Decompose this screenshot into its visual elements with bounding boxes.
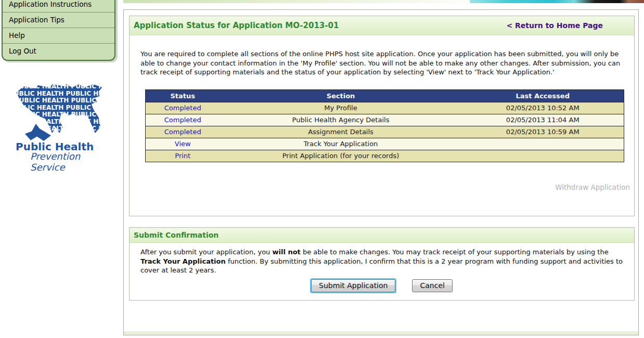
col-section: Section xyxy=(220,89,462,102)
submit-text-bold: will not xyxy=(273,248,301,256)
button-row: Submit Application Cancel xyxy=(130,279,634,292)
sidebar-menu: Application Instructions Application Tip… xyxy=(2,0,115,61)
table-header-row: Status Section Last Accessed xyxy=(146,89,624,102)
last-accessed-cell: 02/05/2013 10:59 AM xyxy=(462,126,624,138)
map-text: PUBLIC HEALTH PUBLIC HEALTH PUB xyxy=(15,111,104,119)
last-accessed-cell xyxy=(462,138,624,150)
status-section-header: Application Status for Application MO-20… xyxy=(130,16,634,35)
us-map-graphic: PUBLIC HEALTH PUBLIC HEALTH PUB PUBLIC H… xyxy=(15,83,104,135)
section-cell: Track Your Application xyxy=(220,138,462,150)
panel-footer-strip xyxy=(124,331,638,335)
map-text: PUBLIC HEALTH PUBLIC HEALTH PUB xyxy=(15,125,104,133)
map-text: PUBLIC HEALTH PUBLIC HEALTH PUB xyxy=(15,105,104,112)
map-text: PUBLIC HEALTH PUBLIC HEALTH PUB xyxy=(15,83,104,90)
status-link-agency-details[interactable]: Completed xyxy=(164,116,201,124)
sidebar-item-log-out[interactable]: Log Out xyxy=(3,44,114,60)
map-text: PUBLIC HEALTH PUBLIC HEALTH PUB xyxy=(15,97,104,105)
sidebar-item-help[interactable]: Help xyxy=(3,28,114,44)
table-row: Completed Public Health Agency Details 0… xyxy=(146,114,624,126)
submit-confirmation-title: Submit Confirmation xyxy=(130,231,218,239)
page: Application Instructions Application Tip… xyxy=(0,0,644,338)
return-to-home-link[interactable]: < Return to Home Page xyxy=(506,21,634,30)
section-cell: Assignment Details xyxy=(220,126,462,138)
table-row: Completed Assignment Details 02/05/2013 … xyxy=(146,126,624,138)
table-row: Print Print Application (for your record… xyxy=(146,150,624,162)
last-accessed-cell: 02/05/2013 10:52 AM xyxy=(462,102,624,114)
status-table: Status Section Last Accessed Completed M… xyxy=(145,89,624,162)
table-row: View Track Your Application xyxy=(146,138,624,150)
submit-confirmation-text: After you submit your application, you w… xyxy=(140,248,626,275)
table-row: Completed My Profile 02/05/2013 10:52 AM xyxy=(146,102,624,114)
intro-text: You are required to complete all section… xyxy=(140,49,626,77)
section-cell: My Profile xyxy=(220,102,462,114)
sidebar-item-application-instructions[interactable]: Application Instructions xyxy=(3,0,114,12)
submit-application-button[interactable]: Submit Application xyxy=(311,279,395,292)
phps-logo: PUBLIC HEALTH PUBLIC HEALTH PUB PUBLIC H… xyxy=(15,83,111,161)
submit-section-header: Submit Confirmation xyxy=(130,228,634,243)
application-status-section: Application Status for Application MO-20… xyxy=(129,16,635,216)
sidebar-item-application-tips[interactable]: Application Tips xyxy=(3,12,114,28)
last-accessed-cell xyxy=(462,150,624,162)
submit-text-bold: Track Your Application xyxy=(140,257,226,265)
print-application-link[interactable]: Print xyxy=(175,152,190,160)
map-text: PUBLIC HEALTH PUBLIC HEALTH PUB xyxy=(15,90,104,98)
main-panel: Application Status for Application MO-20… xyxy=(123,9,639,335)
status-link-my-profile[interactable]: Completed xyxy=(164,104,201,112)
section-cell: Public Health Agency Details xyxy=(220,114,462,126)
submit-confirmation-section: Submit Confirmation After you submit you… xyxy=(129,227,635,301)
section-cell: Print Application (for your records) xyxy=(220,150,462,162)
banner-strip-right xyxy=(470,0,644,3)
col-status: Status xyxy=(146,89,220,102)
map-text: PUBLIC HEALTH PUBLIC HEALTH PUB xyxy=(15,119,104,126)
col-last-accessed: Last Accessed xyxy=(462,89,624,102)
cancel-button[interactable]: Cancel xyxy=(412,279,452,292)
alaska-map-graphic xyxy=(25,124,51,141)
status-link-assignment-details[interactable]: Completed xyxy=(164,128,201,136)
withdraw-application-link-disabled[interactable]: Withdraw Application xyxy=(130,183,630,191)
logo-subtitle: Prevention Service xyxy=(30,151,111,173)
view-track-application-link[interactable]: View xyxy=(175,140,191,148)
banner-strip-left xyxy=(123,0,466,3)
last-accessed-cell: 02/05/2013 11:04 AM xyxy=(462,114,624,126)
submit-text-part: be able to make changes. You may track r… xyxy=(301,248,609,256)
page-title: Application Status for Application MO-20… xyxy=(130,21,339,30)
submit-text-part: After you submit your application, you xyxy=(140,248,273,256)
